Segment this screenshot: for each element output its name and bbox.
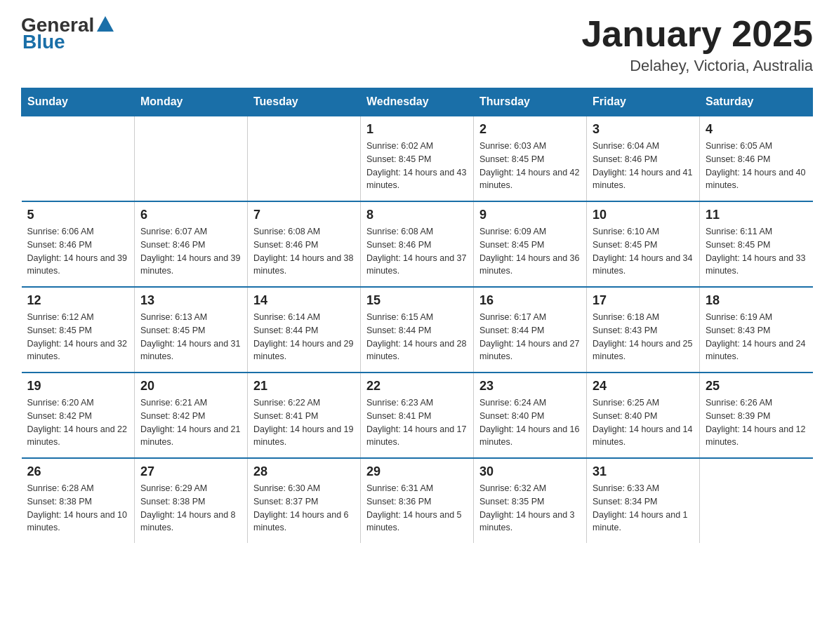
day-info: Sunrise: 6:14 AMSunset: 8:44 PMDaylight:… [253, 311, 355, 363]
day-number: 9 [479, 208, 581, 222]
day-info: Sunrise: 6:08 AMSunset: 8:46 PMDaylight:… [366, 225, 468, 278]
day-number: 4 [706, 122, 807, 137]
day-cell: 19Sunrise: 6:20 AMSunset: 8:42 PMDayligh… [22, 373, 135, 458]
day-cell [135, 116, 248, 201]
day-header-wednesday: Wednesday [361, 88, 474, 116]
day-number: 27 [140, 464, 241, 479]
day-cell: 4Sunrise: 6:05 AMSunset: 8:46 PMDaylight… [700, 116, 813, 201]
week-row-3: 12Sunrise: 6:12 AMSunset: 8:45 PMDayligh… [22, 287, 813, 373]
day-info: Sunrise: 6:10 AMSunset: 8:45 PMDaylight:… [593, 225, 694, 278]
day-number: 28 [253, 464, 355, 479]
day-info: Sunrise: 6:29 AMSunset: 8:38 PMDaylight:… [140, 482, 241, 535]
day-cell: 10Sunrise: 6:10 AMSunset: 8:45 PMDayligh… [587, 201, 700, 287]
page-header: General Blue January 2025 Delahey, Victo… [21, 14, 813, 75]
day-cell: 7Sunrise: 6:08 AMSunset: 8:46 PMDaylight… [248, 201, 361, 287]
day-cell: 3Sunrise: 6:04 AMSunset: 8:46 PMDaylight… [587, 116, 700, 201]
day-cell: 24Sunrise: 6:25 AMSunset: 8:40 PMDayligh… [587, 373, 700, 458]
day-info: Sunrise: 6:03 AMSunset: 8:45 PMDaylight:… [479, 140, 581, 192]
day-number: 18 [706, 293, 807, 308]
day-cell [22, 116, 135, 201]
day-info: Sunrise: 6:22 AMSunset: 8:41 PMDaylight:… [253, 396, 355, 449]
day-number: 23 [479, 379, 581, 394]
day-cell: 25Sunrise: 6:26 AMSunset: 8:39 PMDayligh… [700, 373, 813, 458]
day-cell: 18Sunrise: 6:19 AMSunset: 8:43 PMDayligh… [700, 287, 813, 373]
logo-triangle-icon [95, 15, 115, 36]
day-info: Sunrise: 6:23 AMSunset: 8:41 PMDaylight:… [366, 396, 468, 449]
day-info: Sunrise: 6:07 AMSunset: 8:46 PMDaylight:… [140, 225, 241, 278]
logo-blue-text: Blue [22, 31, 65, 53]
day-info: Sunrise: 6:15 AMSunset: 8:44 PMDaylight:… [366, 311, 468, 363]
day-cell: 2Sunrise: 6:03 AMSunset: 8:45 PMDaylight… [474, 116, 587, 201]
day-cell: 23Sunrise: 6:24 AMSunset: 8:40 PMDayligh… [474, 373, 587, 458]
day-info: Sunrise: 6:08 AMSunset: 8:46 PMDaylight:… [253, 225, 355, 278]
day-header-thursday: Thursday [474, 88, 587, 116]
day-cell: 13Sunrise: 6:13 AMSunset: 8:45 PMDayligh… [135, 287, 248, 373]
day-info: Sunrise: 6:02 AMSunset: 8:45 PMDaylight:… [366, 140, 468, 192]
day-info: Sunrise: 6:04 AMSunset: 8:46 PMDaylight:… [593, 140, 694, 192]
day-cell: 14Sunrise: 6:14 AMSunset: 8:44 PMDayligh… [248, 287, 361, 373]
day-header-saturday: Saturday [700, 88, 813, 116]
day-info: Sunrise: 6:28 AMSunset: 8:38 PMDaylight:… [27, 482, 129, 535]
day-cell: 12Sunrise: 6:12 AMSunset: 8:45 PMDayligh… [22, 287, 135, 373]
day-number: 3 [593, 122, 694, 137]
day-header-sunday: Sunday [22, 88, 135, 116]
day-number: 22 [366, 379, 468, 394]
day-number: 8 [366, 208, 468, 222]
day-number: 30 [479, 464, 581, 479]
day-cell: 26Sunrise: 6:28 AMSunset: 8:38 PMDayligh… [22, 458, 135, 543]
day-info: Sunrise: 6:20 AMSunset: 8:42 PMDaylight:… [27, 396, 129, 449]
day-number: 16 [479, 293, 581, 308]
week-row-4: 19Sunrise: 6:20 AMSunset: 8:42 PMDayligh… [22, 373, 813, 458]
day-number: 17 [593, 293, 694, 308]
day-number: 13 [140, 293, 241, 308]
day-cell: 15Sunrise: 6:15 AMSunset: 8:44 PMDayligh… [361, 287, 474, 373]
calendar-title: January 2025 [581, 14, 813, 54]
day-cell: 5Sunrise: 6:06 AMSunset: 8:46 PMDaylight… [22, 201, 135, 287]
day-info: Sunrise: 6:11 AMSunset: 8:45 PMDaylight:… [706, 225, 807, 278]
calendar-table: SundayMondayTuesdayWednesdayThursdayFrid… [21, 88, 813, 543]
day-number: 10 [593, 208, 694, 222]
day-info: Sunrise: 6:21 AMSunset: 8:42 PMDaylight:… [140, 396, 241, 449]
day-info: Sunrise: 6:32 AMSunset: 8:35 PMDaylight:… [479, 482, 581, 535]
day-number: 29 [366, 464, 468, 479]
day-info: Sunrise: 6:26 AMSunset: 8:39 PMDaylight:… [706, 396, 807, 449]
day-info: Sunrise: 6:06 AMSunset: 8:46 PMDaylight:… [27, 225, 129, 278]
day-cell: 21Sunrise: 6:22 AMSunset: 8:41 PMDayligh… [248, 373, 361, 458]
day-header-monday: Monday [135, 88, 248, 116]
day-cell: 20Sunrise: 6:21 AMSunset: 8:42 PMDayligh… [135, 373, 248, 458]
day-cell: 17Sunrise: 6:18 AMSunset: 8:43 PMDayligh… [587, 287, 700, 373]
day-info: Sunrise: 6:05 AMSunset: 8:46 PMDaylight:… [706, 140, 807, 192]
day-number: 19 [27, 379, 129, 394]
day-info: Sunrise: 6:33 AMSunset: 8:34 PMDaylight:… [593, 482, 694, 535]
day-info: Sunrise: 6:24 AMSunset: 8:40 PMDaylight:… [479, 396, 581, 449]
day-info: Sunrise: 6:19 AMSunset: 8:43 PMDaylight:… [706, 311, 807, 363]
day-cell: 31Sunrise: 6:33 AMSunset: 8:34 PMDayligh… [587, 458, 700, 543]
day-number: 20 [140, 379, 241, 394]
day-cell [700, 458, 813, 543]
day-info: Sunrise: 6:17 AMSunset: 8:44 PMDaylight:… [479, 311, 581, 363]
title-section: January 2025 Delahey, Victoria, Australi… [581, 14, 813, 75]
day-cell: 8Sunrise: 6:08 AMSunset: 8:46 PMDaylight… [361, 201, 474, 287]
day-cell: 29Sunrise: 6:31 AMSunset: 8:36 PMDayligh… [361, 458, 474, 543]
week-row-5: 26Sunrise: 6:28 AMSunset: 8:38 PMDayligh… [22, 458, 813, 543]
day-cell [248, 116, 361, 201]
day-number: 5 [27, 208, 129, 222]
day-header-tuesday: Tuesday [248, 88, 361, 116]
day-info: Sunrise: 6:30 AMSunset: 8:37 PMDaylight:… [253, 482, 355, 535]
day-number: 31 [593, 464, 694, 479]
week-row-1: 1Sunrise: 6:02 AMSunset: 8:45 PMDaylight… [22, 116, 813, 201]
day-number: 14 [253, 293, 355, 308]
day-info: Sunrise: 6:12 AMSunset: 8:45 PMDaylight:… [27, 311, 129, 363]
day-cell: 9Sunrise: 6:09 AMSunset: 8:45 PMDaylight… [474, 201, 587, 287]
day-number: 2 [479, 122, 581, 137]
day-number: 15 [366, 293, 468, 308]
day-info: Sunrise: 6:31 AMSunset: 8:36 PMDaylight:… [366, 482, 468, 535]
day-info: Sunrise: 6:09 AMSunset: 8:45 PMDaylight:… [479, 225, 581, 278]
day-info: Sunrise: 6:25 AMSunset: 8:40 PMDaylight:… [593, 396, 694, 449]
day-number: 7 [253, 208, 355, 222]
day-cell: 27Sunrise: 6:29 AMSunset: 8:38 PMDayligh… [135, 458, 248, 543]
day-info: Sunrise: 6:13 AMSunset: 8:45 PMDaylight:… [140, 311, 241, 363]
day-cell: 1Sunrise: 6:02 AMSunset: 8:45 PMDaylight… [361, 116, 474, 201]
day-number: 6 [140, 208, 241, 222]
day-number: 12 [27, 293, 129, 308]
